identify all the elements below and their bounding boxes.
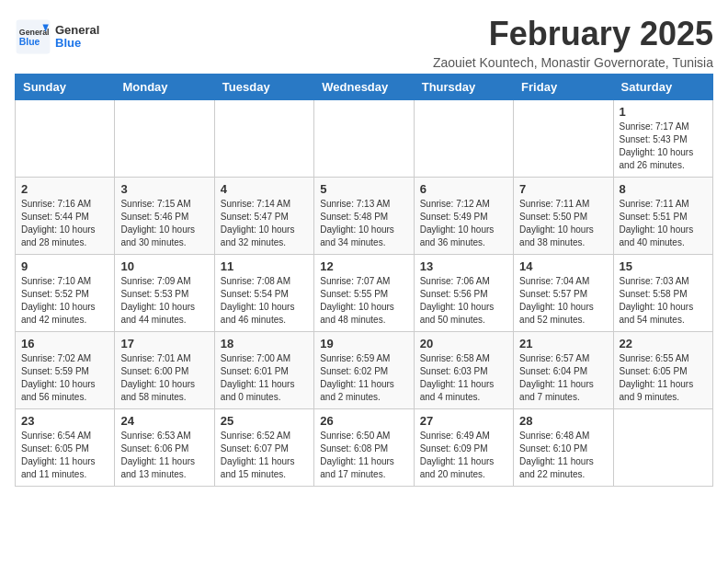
day-cell: 9Sunrise: 7:10 AMSunset: 5:52 PMDaylight… (16, 255, 115, 332)
day-cell (613, 409, 712, 487)
day-cell: 7Sunrise: 7:11 AMSunset: 5:50 PMDaylight… (514, 178, 613, 255)
day-info: Sunrise: 6:48 AMSunset: 6:10 PMDaylight:… (519, 430, 607, 481)
day-info: Sunrise: 6:59 AMSunset: 6:02 PMDaylight:… (320, 352, 407, 404)
day-info: Sunrise: 7:16 AMSunset: 5:44 PMDaylight:… (21, 198, 108, 249)
day-cell: 11Sunrise: 7:08 AMSunset: 5:54 PMDayligh… (214, 255, 313, 332)
day-cell: 22Sunrise: 6:55 AMSunset: 6:05 PMDayligh… (613, 332, 712, 409)
calendar-table: SundayMondayTuesdayWednesdayThursdayFrid… (15, 74, 713, 487)
logo-blue-text: Blue (55, 36, 81, 50)
day-cell (314, 100, 414, 178)
day-cell: 8Sunrise: 7:11 AMSunset: 5:51 PMDaylight… (613, 178, 712, 255)
title-block: February 2025 Zaouiet Kountech, Monastir… (433, 15, 713, 70)
day-cell (514, 100, 613, 178)
day-cell: 15Sunrise: 7:03 AMSunset: 5:58 PMDayligh… (613, 255, 712, 332)
logo-icon: General Blue (15, 18, 51, 55)
day-cell: 27Sunrise: 6:49 AMSunset: 6:09 PMDayligh… (414, 409, 513, 487)
day-number: 27 (420, 414, 507, 428)
day-info: Sunrise: 7:11 AMSunset: 5:51 PMDaylight:… (620, 198, 707, 249)
day-number: 14 (519, 259, 607, 273)
day-number: 21 (519, 337, 607, 350)
day-info: Sunrise: 6:52 AMSunset: 6:07 PMDaylight:… (221, 430, 308, 481)
weekday-header-thursday: Thursday (414, 75, 513, 100)
day-cell: 10Sunrise: 7:09 AMSunset: 5:53 PMDayligh… (115, 255, 214, 332)
day-cell: 23Sunrise: 6:54 AMSunset: 6:05 PMDayligh… (16, 409, 115, 487)
day-info: Sunrise: 7:14 AMSunset: 5:47 PMDaylight:… (221, 198, 308, 249)
day-info: Sunrise: 7:03 AMSunset: 5:58 PMDaylight:… (620, 275, 707, 327)
day-number: 5 (320, 182, 407, 196)
day-info: Sunrise: 7:15 AMSunset: 5:46 PMDaylight:… (120, 198, 208, 249)
logo-general-text: General (55, 23, 99, 37)
day-cell (16, 100, 115, 178)
day-cell (414, 100, 513, 178)
day-cell (214, 100, 313, 178)
day-cell: 1Sunrise: 7:17 AMSunset: 5:43 PMDaylight… (613, 100, 712, 178)
day-info: Sunrise: 7:09 AMSunset: 5:53 PMDaylight:… (120, 275, 208, 327)
day-cell: 21Sunrise: 6:57 AMSunset: 6:04 PMDayligh… (514, 332, 613, 409)
day-cell: 24Sunrise: 6:53 AMSunset: 6:06 PMDayligh… (115, 409, 214, 487)
day-cell: 20Sunrise: 6:58 AMSunset: 6:03 PMDayligh… (414, 332, 513, 409)
day-cell (115, 100, 214, 178)
day-number: 7 (519, 182, 607, 196)
weekday-header-sunday: Sunday (16, 75, 115, 100)
day-cell: 28Sunrise: 6:48 AMSunset: 6:10 PMDayligh… (514, 409, 613, 487)
logo: General Blue General Blue (15, 18, 99, 55)
day-cell: 3Sunrise: 7:15 AMSunset: 5:46 PMDaylight… (115, 178, 214, 255)
day-cell: 13Sunrise: 7:06 AMSunset: 5:56 PMDayligh… (414, 255, 513, 332)
day-number: 17 (120, 337, 208, 350)
day-info: Sunrise: 6:55 AMSunset: 6:05 PMDaylight:… (620, 352, 707, 404)
day-number: 26 (320, 414, 407, 428)
day-info: Sunrise: 7:13 AMSunset: 5:48 PMDaylight:… (320, 198, 407, 249)
day-cell: 4Sunrise: 7:14 AMSunset: 5:47 PMDaylight… (214, 178, 313, 255)
day-info: Sunrise: 7:02 AMSunset: 5:59 PMDaylight:… (21, 352, 108, 404)
day-info: Sunrise: 7:07 AMSunset: 5:55 PMDaylight:… (320, 275, 407, 327)
page-header: General Blue General Blue February 2025 … (15, 15, 713, 70)
weekday-header-wednesday: Wednesday (314, 75, 414, 100)
day-number: 6 (420, 182, 507, 196)
day-number: 4 (221, 182, 308, 196)
month-title: February 2025 (433, 15, 713, 53)
day-info: Sunrise: 6:57 AMSunset: 6:04 PMDaylight:… (519, 352, 607, 404)
day-number: 24 (120, 414, 208, 428)
day-number: 1 (620, 105, 707, 119)
day-cell: 16Sunrise: 7:02 AMSunset: 5:59 PMDayligh… (16, 332, 115, 409)
day-number: 12 (320, 259, 407, 273)
day-number: 16 (21, 337, 108, 350)
day-cell: 12Sunrise: 7:07 AMSunset: 5:55 PMDayligh… (314, 255, 414, 332)
day-info: Sunrise: 7:12 AMSunset: 5:49 PMDaylight:… (420, 198, 507, 249)
weekday-header-tuesday: Tuesday (214, 75, 313, 100)
day-info: Sunrise: 7:11 AMSunset: 5:50 PMDaylight:… (519, 198, 607, 249)
weekday-header-monday: Monday (115, 75, 214, 100)
day-number: 3 (120, 182, 208, 196)
day-number: 20 (420, 337, 507, 350)
week-row-2: 2Sunrise: 7:16 AMSunset: 5:44 PMDaylight… (16, 178, 713, 255)
day-cell: 25Sunrise: 6:52 AMSunset: 6:07 PMDayligh… (214, 409, 313, 487)
week-row-1: 1Sunrise: 7:17 AMSunset: 5:43 PMDaylight… (16, 100, 713, 178)
day-info: Sunrise: 7:04 AMSunset: 5:57 PMDaylight:… (519, 275, 607, 327)
day-info: Sunrise: 6:53 AMSunset: 6:06 PMDaylight:… (120, 430, 208, 481)
day-info: Sunrise: 6:58 AMSunset: 6:03 PMDaylight:… (420, 352, 507, 404)
day-number: 15 (620, 259, 707, 273)
week-row-4: 16Sunrise: 7:02 AMSunset: 5:59 PMDayligh… (16, 332, 713, 409)
day-cell: 2Sunrise: 7:16 AMSunset: 5:44 PMDaylight… (16, 178, 115, 255)
day-info: Sunrise: 7:01 AMSunset: 6:00 PMDaylight:… (120, 352, 208, 404)
day-info: Sunrise: 6:54 AMSunset: 6:05 PMDaylight:… (21, 430, 108, 481)
day-number: 25 (221, 414, 308, 428)
weekday-header-saturday: Saturday (613, 75, 712, 100)
day-cell: 26Sunrise: 6:50 AMSunset: 6:08 PMDayligh… (314, 409, 414, 487)
day-info: Sunrise: 7:08 AMSunset: 5:54 PMDaylight:… (221, 275, 308, 327)
day-number: 11 (221, 259, 308, 273)
day-cell: 19Sunrise: 6:59 AMSunset: 6:02 PMDayligh… (314, 332, 414, 409)
day-info: Sunrise: 7:17 AMSunset: 5:43 PMDaylight:… (620, 121, 707, 172)
day-number: 10 (120, 259, 208, 273)
location-subtitle: Zaouiet Kountech, Monastir Governorate, … (433, 55, 713, 70)
day-cell: 6Sunrise: 7:12 AMSunset: 5:49 PMDaylight… (414, 178, 513, 255)
day-cell: 14Sunrise: 7:04 AMSunset: 5:57 PMDayligh… (514, 255, 613, 332)
day-cell: 18Sunrise: 7:00 AMSunset: 6:01 PMDayligh… (214, 332, 313, 409)
day-number: 18 (221, 337, 308, 350)
day-cell: 5Sunrise: 7:13 AMSunset: 5:48 PMDaylight… (314, 178, 414, 255)
day-number: 8 (620, 182, 707, 196)
day-info: Sunrise: 6:49 AMSunset: 6:09 PMDaylight:… (420, 430, 507, 481)
day-number: 23 (21, 414, 108, 428)
svg-text:Blue: Blue (19, 37, 40, 47)
day-number: 13 (420, 259, 507, 273)
